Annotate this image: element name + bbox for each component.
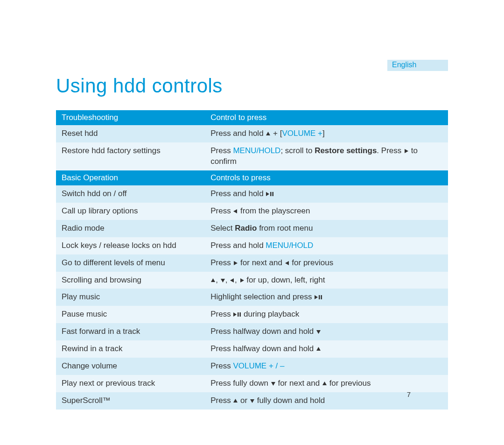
svg-marker-11 [240, 278, 244, 283]
section-header-left: Basic Operation [56, 170, 205, 185]
action-cell: Scrolling and browsing [56, 272, 205, 289]
svg-marker-23 [250, 399, 254, 403]
control-cell: Press VOLUME + / – [205, 358, 448, 375]
action-cell: Radio mode [56, 220, 205, 237]
play-pause-icon [266, 191, 274, 197]
svg-marker-18 [316, 330, 321, 334]
control-cell: Press and hold MENU/HOLD [205, 237, 448, 254]
table-row: Go to different levels of menuPress for … [56, 254, 448, 272]
section-header-right: Control to press [205, 110, 448, 125]
table-row: Rewind in a trackPress halfway down and … [56, 340, 448, 358]
action-cell: Play music [56, 289, 205, 306]
table-row: Call up library optionsPress from the pl… [56, 203, 448, 220]
down-icon [250, 398, 255, 403]
right-icon [233, 261, 238, 266]
section-header-right: Controls to press [205, 170, 448, 185]
action-cell: Play next or previous track [56, 375, 205, 392]
up-icon [266, 131, 271, 136]
svg-marker-10 [230, 278, 234, 283]
svg-marker-19 [316, 347, 321, 351]
action-cell: Lock keys / release locks on hdd [56, 237, 205, 254]
svg-rect-17 [240, 312, 241, 317]
table-row: Radio modeSelect Radio from root menu [56, 220, 448, 237]
svg-rect-4 [273, 192, 274, 196]
svg-rect-14 [321, 295, 322, 299]
control-cell: Highlight selection and press [205, 289, 448, 306]
action-cell: Restore hdd factory settings [56, 142, 205, 170]
svg-marker-9 [221, 279, 225, 283]
action-cell: Change volume [56, 358, 205, 375]
action-cell: Switch hdd on / off [56, 185, 205, 203]
manual-page: English Using hdd controls Troubleshooti… [0, 0, 504, 410]
action-cell: Go to different levels of menu [56, 254, 205, 272]
table-row: Fast forward in a trackPress halfway dow… [56, 323, 448, 340]
table-row: Change volumePress VOLUME + / – [56, 358, 448, 375]
left-icon [230, 278, 235, 283]
down-icon [220, 278, 225, 283]
control-cell: Press fully down for next and for previo… [205, 375, 448, 392]
control-cell: Press or fully down and hold [205, 392, 448, 410]
table-row: Play next or previous trackPress fully d… [56, 375, 448, 392]
table-row: Lock keys / release locks on hddPress an… [56, 237, 448, 254]
svg-marker-5 [233, 209, 237, 213]
action-cell: Call up library options [56, 203, 205, 220]
down-icon [316, 329, 321, 334]
up-icon [233, 398, 238, 403]
down-icon [271, 381, 276, 386]
svg-marker-8 [211, 278, 215, 282]
up-icon [316, 346, 321, 352]
language-tab: English [387, 60, 448, 71]
control-cell: , , , for up, down, left, right [205, 272, 448, 289]
svg-rect-16 [238, 312, 239, 317]
control-cell: Press during playback [205, 306, 448, 323]
section-header-left: Troubleshooting [56, 110, 205, 125]
svg-marker-20 [271, 382, 275, 386]
controls-table: TroubleshootingControl to pressReset hdd… [56, 110, 448, 410]
svg-rect-3 [270, 192, 272, 196]
action-cell: Pause music [56, 306, 205, 323]
svg-marker-0 [266, 132, 270, 135]
control-cell: Press halfway down and hold [205, 323, 448, 340]
svg-marker-12 [315, 295, 318, 299]
page-title: Using hdd controls [56, 75, 448, 97]
table-row: Reset hddPress and hold + [VOLUME +] [56, 125, 448, 142]
table-row: Pause musicPress during playback [56, 306, 448, 323]
svg-marker-15 [233, 312, 237, 317]
svg-marker-22 [233, 399, 238, 403]
control-cell: Press for next and for previous [205, 254, 448, 272]
control-cell: Select Radio from root menu [205, 220, 448, 237]
left-icon [233, 209, 238, 214]
play-pause-icon [233, 312, 241, 317]
action-cell: Fast forward in a track [56, 323, 205, 340]
svg-marker-6 [234, 261, 238, 265]
table-row: Scrolling and browsing, , , for up, down… [56, 272, 448, 289]
play-pause-icon [314, 295, 322, 300]
control-cell: Press and hold [205, 185, 448, 203]
control-cell: Press from the playscreen [205, 203, 448, 220]
control-cell: Press and hold + [VOLUME +] [205, 125, 448, 142]
action-cell: Reset hdd [56, 125, 205, 142]
control-cell: Press MENU/HOLD; scroll to Restore setti… [205, 142, 448, 170]
svg-marker-2 [266, 192, 269, 196]
table-row: Switch hdd on / offPress and hold [56, 185, 448, 203]
action-cell: Rewind in a track [56, 340, 205, 358]
action-cell: SuperScroll™ [56, 392, 205, 410]
up-icon [322, 381, 327, 386]
control-cell: Press halfway down and hold [205, 340, 448, 358]
svg-rect-13 [319, 295, 320, 299]
table-row: Restore hdd factory settingsPress MENU/H… [56, 142, 448, 170]
right-icon [239, 278, 245, 283]
table-row: SuperScroll™Press or fully down and hold [56, 392, 448, 410]
svg-marker-1 [405, 149, 408, 153]
right-icon [404, 148, 409, 154]
up-icon [210, 278, 216, 283]
svg-marker-21 [322, 381, 327, 385]
table-row: Play musicHighlight selection and press [56, 289, 448, 306]
page-number: 7 [407, 390, 411, 398]
svg-marker-7 [285, 261, 289, 265]
left-icon [285, 261, 290, 266]
